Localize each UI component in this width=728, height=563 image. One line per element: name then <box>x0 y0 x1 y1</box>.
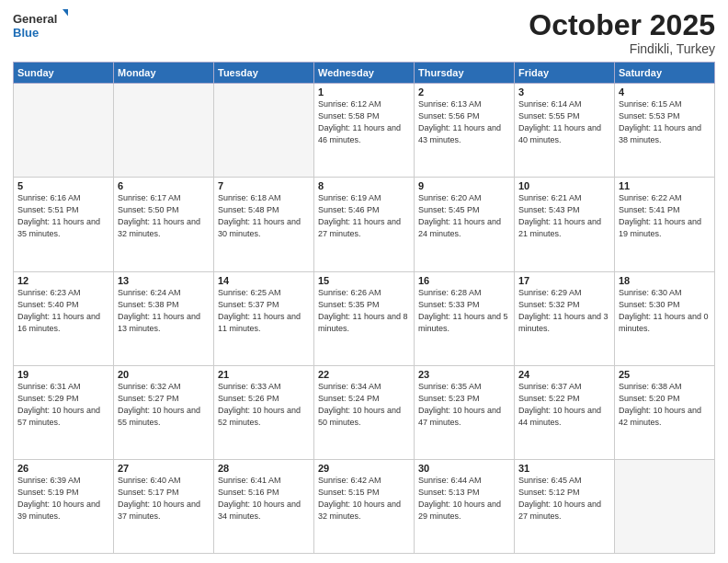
title-block: October 2025 Findikli, Turkey <box>529 9 715 56</box>
day-number: 16 <box>418 275 510 286</box>
day-number: 15 <box>318 275 410 286</box>
day-number: 4 <box>619 86 711 98</box>
day-info: Sunrise: 6:38 AMSunset: 5:20 PMDaylight:… <box>619 381 711 429</box>
calendar-cell <box>615 459 715 553</box>
calendar-cell: 8Sunrise: 6:19 AMSunset: 5:46 PMDaylight… <box>314 178 415 271</box>
calendar-cell: 23Sunrise: 6:35 AMSunset: 5:23 PMDayligh… <box>415 365 515 459</box>
calendar-cell: 26Sunrise: 6:39 AMSunset: 5:19 PMDayligh… <box>14 459 114 553</box>
day-info: Sunrise: 6:40 AMSunset: 5:17 PMDaylight:… <box>118 475 210 523</box>
calendar-cell: 28Sunrise: 6:41 AMSunset: 5:16 PMDayligh… <box>214 459 314 553</box>
calendar-cell: 16Sunrise: 6:28 AMSunset: 5:33 PMDayligh… <box>415 271 515 365</box>
day-info: Sunrise: 6:21 AMSunset: 5:43 PMDaylight:… <box>518 192 610 240</box>
calendar-cell: 22Sunrise: 6:34 AMSunset: 5:24 PMDayligh… <box>314 365 415 459</box>
calendar-cell: 3Sunrise: 6:14 AMSunset: 5:55 PMDaylight… <box>515 84 615 178</box>
calendar-cell: 12Sunrise: 6:23 AMSunset: 5:40 PMDayligh… <box>14 271 114 365</box>
weekday-header-monday: Monday <box>114 63 214 84</box>
weekday-header-friday: Friday <box>515 63 615 84</box>
calendar-cell: 25Sunrise: 6:38 AMSunset: 5:20 PMDayligh… <box>615 365 715 459</box>
weekday-header-thursday: Thursday <box>415 63 515 84</box>
day-info: Sunrise: 6:26 AMSunset: 5:35 PMDaylight:… <box>318 287 410 335</box>
calendar-cell: 7Sunrise: 6:18 AMSunset: 5:48 PMDaylight… <box>214 178 314 271</box>
day-info: Sunrise: 6:39 AMSunset: 5:19 PMDaylight:… <box>17 475 109 523</box>
calendar-cell <box>214 84 314 178</box>
calendar-cell: 11Sunrise: 6:22 AMSunset: 5:41 PMDayligh… <box>615 178 715 271</box>
day-number: 31 <box>518 463 610 474</box>
calendar-cell: 14Sunrise: 6:25 AMSunset: 5:37 PMDayligh… <box>214 271 314 365</box>
weekday-header-sunday: Sunday <box>14 63 114 84</box>
day-number: 17 <box>518 275 610 286</box>
day-info: Sunrise: 6:25 AMSunset: 5:37 PMDaylight:… <box>218 287 310 335</box>
day-number: 28 <box>218 463 310 474</box>
calendar-cell: 21Sunrise: 6:33 AMSunset: 5:26 PMDayligh… <box>214 365 314 459</box>
day-number: 19 <box>17 369 109 380</box>
day-number: 7 <box>218 180 310 191</box>
day-info: Sunrise: 6:33 AMSunset: 5:26 PMDaylight:… <box>218 381 310 429</box>
day-number: 30 <box>418 463 510 474</box>
day-info: Sunrise: 6:14 AMSunset: 5:55 PMDaylight:… <box>518 98 610 146</box>
calendar-cell: 4Sunrise: 6:15 AMSunset: 5:53 PMDaylight… <box>615 84 715 178</box>
weekday-header-tuesday: Tuesday <box>214 63 314 84</box>
month-title: October 2025 <box>529 9 715 41</box>
day-info: Sunrise: 6:16 AMSunset: 5:51 PMDaylight:… <box>17 192 109 240</box>
header: General Blue October 2025 Findikli, Turk… <box>13 9 715 56</box>
calendar-table: SundayMondayTuesdayWednesdayThursdayFrid… <box>13 62 715 554</box>
day-number: 1 <box>318 86 410 98</box>
day-number: 25 <box>619 369 711 380</box>
day-info: Sunrise: 6:12 AMSunset: 5:58 PMDaylight:… <box>318 98 410 146</box>
calendar-cell: 24Sunrise: 6:37 AMSunset: 5:22 PMDayligh… <box>515 365 615 459</box>
calendar-cell: 19Sunrise: 6:31 AMSunset: 5:29 PMDayligh… <box>14 365 114 459</box>
day-info: Sunrise: 6:23 AMSunset: 5:40 PMDaylight:… <box>17 287 109 335</box>
day-number: 12 <box>17 275 109 286</box>
day-number: 14 <box>218 275 310 286</box>
day-info: Sunrise: 6:44 AMSunset: 5:13 PMDaylight:… <box>418 475 510 523</box>
day-info: Sunrise: 6:28 AMSunset: 5:33 PMDaylight:… <box>418 287 510 335</box>
calendar-cell: 6Sunrise: 6:17 AMSunset: 5:50 PMDaylight… <box>114 178 214 271</box>
location: Findikli, Turkey <box>529 41 715 56</box>
day-info: Sunrise: 6:24 AMSunset: 5:38 PMDaylight:… <box>118 287 210 335</box>
day-number: 23 <box>418 369 510 380</box>
day-number: 26 <box>17 463 109 474</box>
calendar-cell: 9Sunrise: 6:20 AMSunset: 5:45 PMDaylight… <box>415 178 515 271</box>
weekday-header-wednesday: Wednesday <box>314 63 415 84</box>
day-number: 20 <box>118 369 210 380</box>
day-info: Sunrise: 6:20 AMSunset: 5:45 PMDaylight:… <box>418 192 510 240</box>
day-number: 8 <box>318 180 410 191</box>
calendar-cell: 17Sunrise: 6:29 AMSunset: 5:32 PMDayligh… <box>515 271 615 365</box>
day-info: Sunrise: 6:19 AMSunset: 5:46 PMDaylight:… <box>318 192 410 240</box>
day-info: Sunrise: 6:22 AMSunset: 5:41 PMDaylight:… <box>619 192 711 240</box>
day-info: Sunrise: 6:32 AMSunset: 5:27 PMDaylight:… <box>118 381 210 429</box>
calendar-cell: 18Sunrise: 6:30 AMSunset: 5:30 PMDayligh… <box>615 271 715 365</box>
calendar-cell: 13Sunrise: 6:24 AMSunset: 5:38 PMDayligh… <box>114 271 214 365</box>
calendar-cell: 30Sunrise: 6:44 AMSunset: 5:13 PMDayligh… <box>415 459 515 553</box>
day-info: Sunrise: 6:13 AMSunset: 5:56 PMDaylight:… <box>418 98 510 146</box>
svg-text:Blue: Blue <box>13 26 39 40</box>
calendar-cell <box>14 84 114 178</box>
generalblue-logo-icon: General Blue <box>13 9 68 42</box>
day-info: Sunrise: 6:42 AMSunset: 5:15 PMDaylight:… <box>318 475 410 523</box>
day-info: Sunrise: 6:18 AMSunset: 5:48 PMDaylight:… <box>218 192 310 240</box>
day-info: Sunrise: 6:45 AMSunset: 5:12 PMDaylight:… <box>518 475 610 523</box>
day-number: 13 <box>118 275 210 286</box>
day-info: Sunrise: 6:41 AMSunset: 5:16 PMDaylight:… <box>218 475 310 523</box>
day-number: 3 <box>518 86 610 98</box>
day-number: 29 <box>318 463 410 474</box>
day-number: 27 <box>118 463 210 474</box>
day-info: Sunrise: 6:34 AMSunset: 5:24 PMDaylight:… <box>318 381 410 429</box>
day-info: Sunrise: 6:37 AMSunset: 5:22 PMDaylight:… <box>518 381 610 429</box>
logo: General Blue <box>13 9 68 42</box>
day-number: 21 <box>218 369 310 380</box>
day-number: 10 <box>518 180 610 191</box>
day-number: 11 <box>619 180 711 191</box>
day-number: 18 <box>619 275 711 286</box>
day-info: Sunrise: 6:29 AMSunset: 5:32 PMDaylight:… <box>518 287 610 335</box>
weekday-header-saturday: Saturday <box>615 63 715 84</box>
svg-text:General: General <box>13 12 57 26</box>
calendar-cell: 29Sunrise: 6:42 AMSunset: 5:15 PMDayligh… <box>314 459 415 553</box>
calendar-cell: 2Sunrise: 6:13 AMSunset: 5:56 PMDaylight… <box>415 84 515 178</box>
svg-marker-2 <box>63 9 68 18</box>
calendar-cell <box>114 84 214 178</box>
day-number: 6 <box>118 180 210 191</box>
calendar-cell: 5Sunrise: 6:16 AMSunset: 5:51 PMDaylight… <box>14 178 114 271</box>
day-number: 2 <box>418 86 510 98</box>
day-info: Sunrise: 6:31 AMSunset: 5:29 PMDaylight:… <box>17 381 109 429</box>
